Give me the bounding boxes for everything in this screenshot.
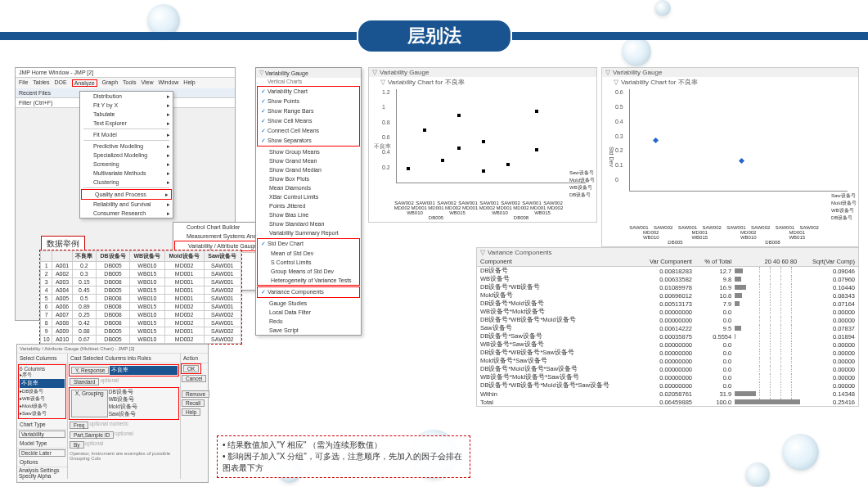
columns-list[interactable]: 6 Columns ▸序号 不良率 ▸DB设备号 ▸WB设备号 ▸Mold设备号… (18, 364, 66, 419)
slide-title: 层别法 (358, 20, 510, 52)
variability-gauge-menu[interactable]: Variability Gauge Vertical Charts ✓Varia… (255, 67, 362, 336)
y-response-btn[interactable]: Y, Response (71, 367, 109, 374)
x-grouping-btn[interactable]: X, Grouping (71, 390, 108, 417)
ok-button[interactable]: OK (183, 365, 199, 372)
window-title: JMP Home Window - JMP [2] (16, 68, 235, 78)
slide-title-bar: 层别法 (0, 23, 868, 49)
stddev-chart: Variability Gauge Variability Chart for … (601, 67, 859, 247)
vg-menu-title: Variability Gauge (256, 68, 361, 78)
sample-data-table: 不良率DB设备号WB设备号Mold设备号Saw设备号1A0010.2DB005W… (39, 250, 242, 345)
menu-bar[interactable]: FileTablesDOEAnalyzeGraphToolsViewWindow… (16, 78, 235, 88)
gauge-dialog: Variability / Attribute Gauge (Multiset … (16, 344, 209, 483)
variability-chart-1: Variability Gauge Variability Chart for … (368, 67, 597, 223)
instruction-note: • 结果数值加入"Y 相应" （需为连续形数值） • 影响因子加入"X 分组"，… (217, 435, 470, 478)
analyze-menu[interactable]: DistributionFit Y by XTabulateText Explo… (79, 91, 173, 219)
variance-components-panel: Variance Components ComponentVar Compone… (476, 247, 859, 407)
cancel-button[interactable]: Cancel (182, 375, 206, 382)
